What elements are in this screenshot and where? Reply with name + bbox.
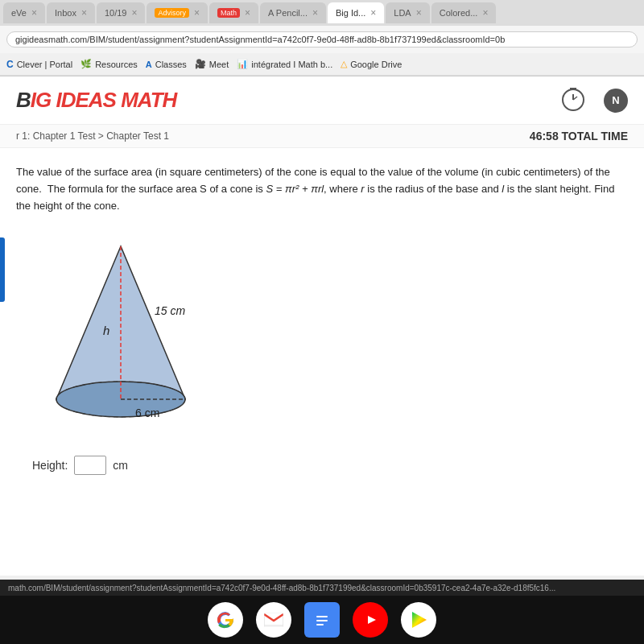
bookmark-meet-label: Meet <box>209 60 229 69</box>
drive-icon: △ <box>341 59 347 69</box>
bookmark-classes-label: Classes <box>155 60 187 69</box>
svg-rect-16 <box>316 616 328 617</box>
tab-math-badge: Math <box>217 8 240 18</box>
height-input[interactable] <box>74 456 106 475</box>
tab-1019[interactable]: 10/19 × <box>97 2 146 23</box>
site-header: BIG IDEAS MATH N <box>0 76 644 125</box>
tab-colored-close[interactable]: × <box>482 7 488 19</box>
tab-pencil-close[interactable]: × <box>312 7 318 19</box>
tab-inbox-close[interactable]: × <box>81 7 87 19</box>
formula-text: S = πr² + πrl <box>266 183 324 195</box>
diagram-container: 15 cm h 6 cm <box>32 230 628 440</box>
tab-lda-label: LDA <box>394 8 411 18</box>
tab-colored-label: Colored... <box>440 8 478 18</box>
address-bar[interactable]: gigideasmath.com/BIM/student/assignment?… <box>6 31 638 47</box>
bookmark-resources-label: Resources <box>95 60 138 69</box>
taskbar-gmail-icon[interactable] <box>256 602 291 638</box>
tab-eve[interactable]: eVe × <box>3 2 45 23</box>
tab-1019-close[interactable]: × <box>131 7 137 19</box>
unit-label: cm <box>113 459 128 472</box>
answer-area: Height: cm <box>32 456 628 475</box>
header-right: N <box>559 84 628 118</box>
tab-math[interactable]: Math × <box>209 2 258 23</box>
tab-pencil-label: A Pencil... <box>268 8 308 18</box>
bookmark-drive[interactable]: △ Google Drive <box>341 59 402 69</box>
tab-lda[interactable]: LDA × <box>386 2 429 23</box>
tab-1019-label: 10/19 <box>105 8 127 18</box>
bookmark-resources[interactable]: 🌿 Resources <box>80 59 138 69</box>
user-avatar: N <box>604 89 628 113</box>
tab-advisory-close[interactable]: × <box>194 7 200 19</box>
page-content: BIG IDEAS MATH N r 1: Chapter 1 Test > C… <box>0 76 644 576</box>
bookmarks-bar: C Clever | Portal 🌿 Resources A Classes … <box>0 53 644 76</box>
bookmark-clever[interactable]: C Clever | Portal <box>6 59 72 70</box>
svg-rect-18 <box>316 624 324 625</box>
taskbar-youtube-icon[interactable] <box>353 602 388 638</box>
tab-advisory-badge: Advisory <box>155 8 189 18</box>
tab-bigideas[interactable]: Big Id... × <box>328 2 384 23</box>
imath-icon: 📊 <box>237 59 248 69</box>
svg-rect-17 <box>316 620 328 621</box>
tab-bar: eVe × Inbox × 10/19 × Advisory × Math × … <box>0 0 644 26</box>
classes-icon: A <box>146 60 152 69</box>
svg-text:h: h <box>103 324 109 337</box>
tab-inbox[interactable]: Inbox × <box>47 2 95 23</box>
meet-icon: 🎥 <box>195 59 206 69</box>
taskbar-docs-icon[interactable] <box>304 602 340 638</box>
bookmark-imath[interactable]: 📊 intégrated I Math b... <box>237 59 332 69</box>
tab-inbox-label: Inbox <box>55 8 76 18</box>
tab-eve-label: eVe <box>11 8 27 18</box>
bookmark-classes[interactable]: A Classes <box>146 60 187 69</box>
status-bar-text: math.com/BIM/student/assignment?studentA… <box>8 584 555 592</box>
problem-area: The value of the surface area (in square… <box>0 148 644 483</box>
clever-icon: C <box>6 59 14 70</box>
browser-chrome: eVe × Inbox × 10/19 × Advisory × Math × … <box>0 0 644 76</box>
bookmark-clever-label: Clever | Portal <box>17 60 73 69</box>
svg-text:6 cm: 6 cm <box>135 407 159 419</box>
tab-eve-close[interactable]: × <box>31 7 37 19</box>
cone-diagram: 15 cm h 6 cm <box>32 230 209 440</box>
breadcrumb-bar: r 1: Chapter 1 Test > Chapter Test 1 46:… <box>0 125 644 148</box>
problem-text: The value of the surface area (in square… <box>16 164 628 214</box>
breadcrumb: r 1: Chapter 1 Test > Chapter Test 1 <box>16 130 169 142</box>
height-label: Height: <box>32 459 68 472</box>
timer-icon <box>559 84 588 118</box>
address-bar-row: gigideasmath.com/BIM/student/assignment?… <box>0 26 644 53</box>
svg-marker-21 <box>412 612 427 628</box>
site-logo: BIG IDEAS MATH <box>16 88 176 113</box>
tab-bigideas-close[interactable]: × <box>370 7 376 19</box>
tab-math-close[interactable]: × <box>245 7 250 19</box>
tab-advisory[interactable]: Advisory × <box>147 2 208 23</box>
status-bar: math.com/BIM/student/assignment?studentA… <box>0 580 644 596</box>
taskbar <box>0 596 644 644</box>
resources-icon: 🌿 <box>80 59 92 69</box>
tab-lda-close[interactable]: × <box>416 7 422 19</box>
taskbar-google-icon[interactable] <box>208 602 243 638</box>
tab-colored[interactable]: Colored... × <box>431 2 497 23</box>
left-accent-bar <box>0 237 5 302</box>
tab-bigideas-label: Big Id... <box>336 8 365 18</box>
taskbar-play-icon[interactable] <box>401 602 436 638</box>
bookmark-drive-label: Google Drive <box>350 60 402 69</box>
bookmark-imath-label: intégrated I Math b... <box>251 60 332 69</box>
tab-pencil[interactable]: A Pencil... × <box>260 2 326 23</box>
svg-text:15 cm: 15 cm <box>155 304 185 317</box>
bookmark-meet[interactable]: 🎥 Meet <box>195 59 229 69</box>
total-time: 46:58 TOTAL TIME <box>530 130 628 142</box>
